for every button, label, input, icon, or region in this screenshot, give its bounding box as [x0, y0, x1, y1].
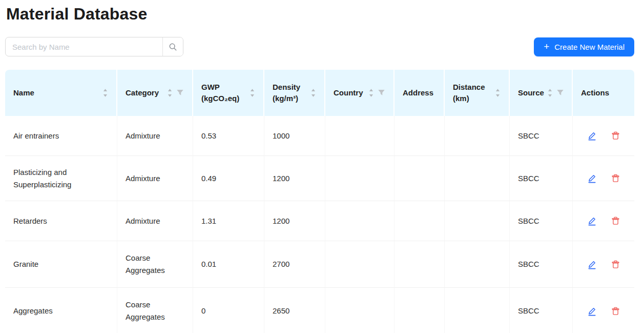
edit-pencil-icon: [587, 260, 597, 269]
edit-button[interactable]: [587, 306, 597, 316]
search-icon: [169, 43, 177, 51]
trash-icon: [611, 260, 620, 269]
create-new-material-button[interactable]: + Create New Material: [534, 37, 634, 56]
delete-button[interactable]: [611, 306, 620, 316]
trash-icon: [611, 131, 620, 141]
edit-pencil-icon: [587, 131, 597, 141]
cell-category: Coarse Aggregates: [117, 241, 193, 288]
edit-pencil-icon: [587, 173, 597, 183]
cell-name: Air entrainers: [5, 116, 117, 156]
column-label: Distance (km): [453, 82, 492, 104]
column-header-icons[interactable]: [368, 88, 385, 98]
search-input[interactable]: [6, 37, 162, 56]
cell-distance: [445, 241, 510, 288]
cell-gwp: 0.01: [193, 241, 264, 288]
column-header-density[interactable]: Density (kg/m³): [264, 70, 325, 116]
edit-button[interactable]: [587, 216, 597, 226]
table-header: Name Category GWP (kgCO₂eq) Density (kg/…: [5, 70, 634, 116]
cell-distance: [445, 156, 510, 201]
material-table: Name Category GWP (kgCO₂eq) Density (kg/…: [5, 70, 634, 333]
edit-button[interactable]: [587, 131, 597, 141]
cell-actions: [573, 156, 634, 201]
cell-gwp: 0: [193, 288, 264, 333]
column-header-actions: Actions: [573, 70, 634, 116]
cell-source: SBCC: [510, 288, 573, 333]
cell-source: SBCC: [510, 201, 573, 241]
cell-address: [394, 156, 445, 201]
cell-name: Granite: [5, 241, 117, 288]
cell-country: [325, 288, 394, 333]
edit-pencil-icon: [587, 216, 597, 226]
toolbar: + Create New Material: [5, 37, 634, 56]
column-header-gwp[interactable]: GWP (kgCO₂eq): [193, 70, 264, 116]
edit-button[interactable]: [587, 260, 597, 269]
trash-icon: [611, 306, 620, 316]
column-header-distance[interactable]: Distance (km): [445, 70, 510, 116]
cell-gwp: 0.53: [193, 116, 264, 156]
cell-actions: [573, 116, 634, 156]
cell-address: [394, 116, 445, 156]
cell-category: Admixture: [117, 116, 193, 156]
cell-density: 2650: [264, 288, 325, 333]
column-label: Category: [126, 87, 159, 99]
column-header-address: Address: [394, 70, 445, 116]
cell-source: SBCC: [510, 156, 573, 201]
cell-country: [325, 116, 394, 156]
column-label: Country: [334, 87, 363, 99]
delete-button[interactable]: [611, 131, 620, 141]
column-header-icons[interactable]: [495, 88, 501, 98]
cell-category: Coarse Aggregates: [117, 288, 193, 333]
column-header-country[interactable]: Country: [325, 70, 394, 116]
cell-distance: [445, 288, 510, 333]
column-header-icons[interactable]: [547, 88, 564, 98]
edit-button[interactable]: [587, 173, 597, 183]
search-button[interactable]: [162, 37, 183, 56]
sorter-icon: [495, 88, 501, 98]
column-header-name[interactable]: Name: [5, 70, 117, 116]
cell-actions: [573, 241, 634, 288]
cell-distance: [445, 116, 510, 156]
cell-name: Retarders: [5, 201, 117, 241]
table-row: Plasticizing and SuperplasticizingAdmixt…: [5, 156, 634, 201]
column-header-category[interactable]: Category: [117, 70, 193, 116]
cell-actions: [573, 201, 634, 241]
cell-country: [325, 156, 394, 201]
delete-button[interactable]: [611, 216, 620, 226]
sorter-icon: [102, 88, 108, 98]
filter-icon: [176, 89, 184, 96]
cell-density: 1200: [264, 156, 325, 201]
column-header-source[interactable]: Source: [510, 70, 573, 116]
create-button-label: Create New Material: [554, 43, 625, 51]
cell-address: [394, 201, 445, 241]
cell-density: 1200: [264, 201, 325, 241]
cell-density: 2700: [264, 241, 325, 288]
column-label: Source: [518, 87, 544, 99]
column-header-icons[interactable]: [167, 88, 184, 98]
sorter-icon: [368, 88, 374, 98]
cell-country: [325, 201, 394, 241]
delete-button[interactable]: [611, 260, 620, 269]
column-label: Name: [13, 87, 34, 99]
cell-source: SBCC: [510, 241, 573, 288]
table-row: AggregatesCoarse Aggregates02650SBCC: [5, 288, 634, 333]
column-label: Actions: [581, 87, 609, 99]
sorter-icon: [310, 88, 316, 98]
column-label: GWP (kgCO₂eq): [201, 82, 246, 104]
column-header-icons[interactable]: [102, 88, 108, 98]
cell-category: Admixture: [117, 156, 193, 201]
cell-source: SBCC: [510, 116, 573, 156]
column-label: Density (kg/m³): [273, 82, 307, 104]
sorter-icon: [547, 88, 553, 98]
cell-actions: [573, 288, 634, 333]
plus-icon: +: [544, 42, 549, 51]
column-header-icons[interactable]: [310, 88, 316, 98]
delete-button[interactable]: [611, 173, 620, 183]
table-body: Air entrainersAdmixture0.531000SBCC Plas…: [5, 116, 634, 333]
column-header-icons[interactable]: [250, 88, 255, 98]
table-row: RetardersAdmixture1.311200SBCC: [5, 201, 634, 241]
sorter-icon: [167, 88, 173, 98]
sorter-icon: [250, 88, 255, 98]
table-row: Air entrainersAdmixture0.531000SBCC: [5, 116, 634, 156]
column-label: Address: [403, 87, 433, 99]
filter-icon: [556, 89, 564, 96]
